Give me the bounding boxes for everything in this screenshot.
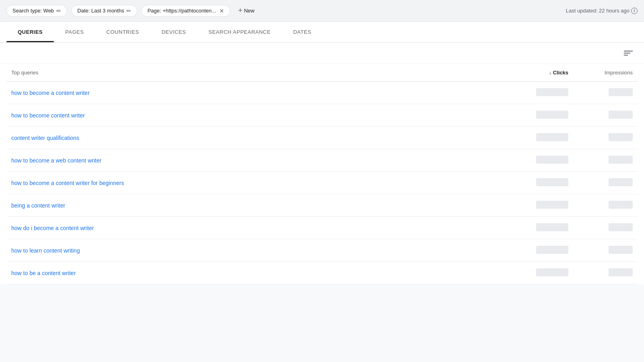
tabs-bar: QUERIES PAGES COUNTRIES DEVICES SEARCH A…	[0, 22, 644, 43]
page-chip[interactable]: Page: +https://pathtoconten... ✕	[141, 5, 230, 17]
clicks-value	[504, 178, 568, 187]
filter-line-2	[624, 53, 630, 53]
query-text: how to be a content writer	[11, 270, 504, 276]
table-row[interactable]: how to become content writer	[6, 104, 638, 127]
query-text: how to become a content writer	[11, 90, 504, 96]
impressions-value	[568, 223, 633, 232]
query-text: how do i become a content writer	[11, 225, 504, 231]
impressions-value	[568, 133, 633, 142]
impressions-placeholder	[609, 246, 633, 254]
table-row[interactable]: how to become a web content writer	[6, 149, 638, 172]
impressions-value	[568, 178, 633, 187]
impressions-placeholder	[609, 156, 633, 164]
query-column-header: Top queries	[11, 70, 504, 76]
tab-countries[interactable]: COUNTRIES	[95, 22, 150, 42]
tab-devices[interactable]: DEVICES	[150, 22, 197, 42]
clicks-value	[504, 223, 568, 232]
clicks-value	[504, 201, 568, 210]
query-text: how to become a web content writer	[11, 157, 504, 164]
search-type-chip[interactable]: Search type: Web ✏	[6, 5, 67, 17]
tab-pages[interactable]: PAGES	[54, 22, 95, 42]
table-row[interactable]: how to become a content writer	[6, 82, 638, 104]
info-icon[interactable]: i	[631, 8, 638, 14]
filter-line-1	[624, 51, 633, 51]
clicks-placeholder	[536, 133, 568, 141]
date-label: Date: Last 3 months	[77, 8, 124, 14]
table-header: Top queries ↓ Clicks Impressions	[6, 64, 638, 82]
impressions-value	[568, 156, 633, 165]
impressions-value	[568, 201, 633, 210]
new-button-label: New	[244, 8, 254, 14]
clicks-value	[504, 268, 568, 278]
search-type-label: Search type: Web	[12, 8, 54, 14]
page-close-icon[interactable]: ✕	[219, 8, 224, 14]
filter-line-3	[624, 55, 628, 56]
table-row[interactable]: being a content writer	[6, 194, 638, 217]
search-type-edit-icon: ✏	[56, 8, 61, 14]
table-row[interactable]: how to be a content writer	[6, 262, 638, 284]
tab-queries[interactable]: QUERIES	[6, 22, 54, 42]
plus-icon: +	[238, 6, 243, 15]
impressions-value	[568, 246, 633, 255]
impressions-placeholder	[609, 111, 633, 119]
clicks-placeholder	[536, 223, 568, 231]
query-text: how to learn content writing	[11, 247, 504, 254]
filter-rows-button[interactable]	[622, 49, 634, 57]
table-row[interactable]: how to learn content writing	[6, 239, 638, 262]
impressions-placeholder	[609, 178, 633, 186]
tab-dates[interactable]: DATES	[282, 22, 322, 42]
impressions-placeholder	[609, 268, 633, 276]
clicks-placeholder	[536, 88, 568, 96]
clicks-placeholder	[536, 111, 568, 119]
sort-arrow-icon: ↓	[549, 70, 551, 76]
clicks-placeholder	[536, 156, 568, 164]
last-updated-text: Last updated: 22 hours ago	[566, 8, 630, 14]
main-content: Top queries ↓ Clicks Impressions how to …	[0, 43, 644, 284]
tab-search-appearance[interactable]: SEARCH APPEARANCE	[197, 22, 282, 42]
clicks-placeholder	[536, 178, 568, 186]
table-row[interactable]: how do i become a content writer	[6, 217, 638, 239]
filter-bar: Search type: Web ✏ Date: Last 3 months ✏…	[0, 0, 644, 22]
table-container: Top queries ↓ Clicks Impressions how to …	[0, 64, 644, 284]
new-filter-button[interactable]: + New	[234, 4, 259, 17]
impressions-column-header: Impressions	[568, 70, 633, 76]
date-edit-icon: ✏	[126, 8, 131, 14]
impressions-placeholder	[609, 88, 633, 96]
clicks-value	[504, 88, 568, 97]
impressions-value	[568, 111, 633, 120]
query-text: being a content writer	[11, 202, 504, 209]
filter-icon-row	[0, 43, 644, 64]
last-updated: Last updated: 22 hours ago i	[566, 8, 638, 14]
clicks-value	[504, 133, 568, 142]
table-row[interactable]: how to become a content writer for begin…	[6, 172, 638, 194]
impressions-placeholder	[609, 133, 633, 141]
clicks-value	[504, 246, 568, 255]
clicks-placeholder	[536, 268, 568, 276]
impressions-placeholder	[609, 201, 633, 209]
impressions-value	[568, 88, 633, 97]
query-text: how to become a content writer for begin…	[11, 180, 504, 186]
clicks-value	[504, 156, 568, 165]
date-chip[interactable]: Date: Last 3 months ✏	[71, 5, 137, 17]
impressions-placeholder	[609, 223, 633, 231]
clicks-value	[504, 111, 568, 120]
query-text: how to become content writer	[11, 112, 504, 119]
query-text: content writer qualifications	[11, 135, 504, 141]
clicks-placeholder	[536, 201, 568, 209]
clicks-column-header[interactable]: ↓ Clicks	[504, 70, 568, 76]
impressions-value	[568, 268, 633, 278]
table-row[interactable]: content writer qualifications	[6, 127, 638, 149]
page-label: Page: +https://pathtoconten...	[147, 8, 216, 14]
clicks-placeholder	[536, 246, 568, 254]
